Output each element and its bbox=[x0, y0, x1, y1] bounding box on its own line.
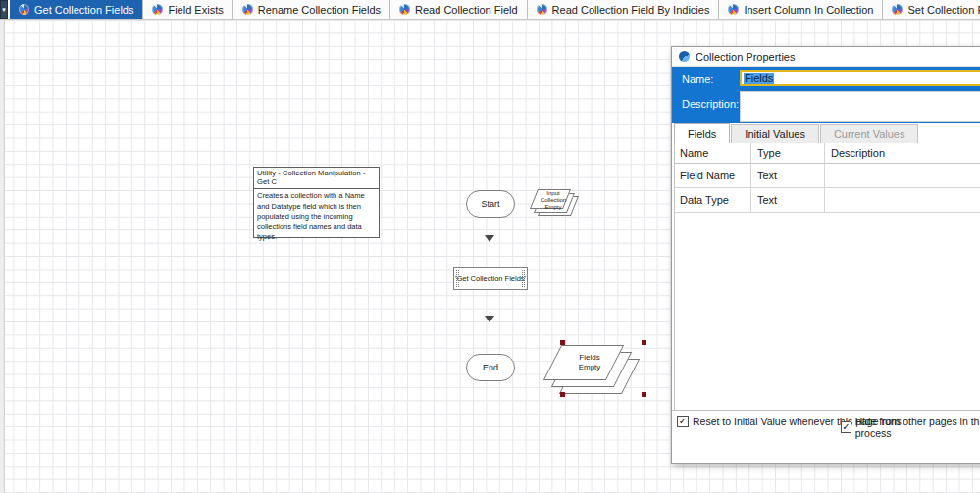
cell-name[interactable]: Field Name bbox=[674, 164, 751, 187]
selection-handle[interactable] bbox=[560, 340, 565, 345]
dialog-title-bar[interactable]: Collection Properties bbox=[672, 47, 980, 67]
collection-properties-dialog: Collection Properties Name: Fields Descr… bbox=[671, 46, 980, 464]
table-left-border bbox=[674, 143, 675, 410]
tab-rename-collection-fields[interactable]: Rename Collection Fields bbox=[232, 0, 389, 19]
table-row[interactable]: Field Name Text bbox=[674, 164, 980, 188]
chevron-down-icon: ▼ bbox=[1, 7, 7, 13]
arrowhead-icon bbox=[485, 235, 494, 242]
column-header-description[interactable]: Description bbox=[825, 147, 980, 159]
selection-handle[interactable] bbox=[642, 340, 646, 345]
subsheet-label: 'Get Collection Fields' bbox=[455, 274, 526, 283]
app-window: ▼ Get Collection Fields Field Exists Ren… bbox=[0, 0, 980, 493]
start-label: Start bbox=[481, 199, 499, 209]
input-collection-stage[interactable]: Input Collection Empty bbox=[531, 189, 580, 217]
hide-from-other-pages-checkbox[interactable]: ✓ Hide from other pages in the process bbox=[841, 416, 980, 439]
dialog-separator bbox=[672, 410, 980, 411]
cell-type[interactable]: Text bbox=[751, 188, 825, 212]
checkbox-checked-icon[interactable]: ✓ bbox=[841, 421, 851, 433]
dialog-options-row: ✓ Reset to Initial Value whenever this p… bbox=[672, 416, 980, 431]
selection-handle[interactable] bbox=[560, 392, 565, 397]
page-icon bbox=[152, 4, 163, 15]
fields-collection-stage[interactable]: Fields Empty bbox=[543, 343, 653, 402]
subsheet-bar-icon bbox=[522, 270, 525, 287]
collection-icon bbox=[679, 51, 690, 62]
tab-label: Read Collection Field By Indicies bbox=[552, 4, 710, 16]
tab-read-collection-field[interactable]: Read Collection Field bbox=[389, 0, 527, 19]
column-header-name[interactable]: Name bbox=[674, 143, 751, 163]
table-row[interactable]: Data Type Text bbox=[674, 188, 980, 213]
tab-initial-values[interactable]: Initial Values bbox=[731, 124, 819, 143]
tab-label: Fields bbox=[688, 128, 716, 140]
tab-read-collection-field-by-indicies[interactable]: Read Collection Field By Indicies bbox=[527, 0, 719, 19]
name-value-selected: Fields bbox=[744, 73, 774, 84]
dialog-tab-strip: Fields Initial Values Current Values bbox=[674, 123, 980, 143]
page-tab-bar: ▼ Get Collection Fields Field Exists Ren… bbox=[0, 0, 980, 20]
note-body: Creates a collection with a Name and Dat… bbox=[254, 189, 379, 245]
tab-fields[interactable]: Fields bbox=[674, 123, 730, 143]
tab-field-exists[interactable]: Field Exists bbox=[142, 0, 232, 19]
fields-table: Name Type Description Field Name Text Da… bbox=[674, 143, 980, 213]
tab-label: Set Collection Field bbox=[907, 4, 980, 16]
input-collection-label: Input Collection Empty bbox=[531, 190, 576, 211]
tab-label: Read Collection Field bbox=[415, 4, 518, 16]
tab-insert-column-in-collection[interactable]: Insert Column In Collection bbox=[718, 0, 882, 19]
end-stage[interactable]: End bbox=[466, 354, 515, 381]
note-title: Utility - Collection Manipulation - Get … bbox=[254, 168, 379, 189]
dialog-header-panel: Name: Fields Description: bbox=[672, 67, 980, 123]
subsheet-bar-icon bbox=[456, 270, 459, 287]
checkbox-checked-icon[interactable]: ✓ bbox=[677, 416, 689, 427]
page-icon bbox=[242, 4, 253, 15]
tab-label: Current Values bbox=[834, 128, 905, 140]
cell-type[interactable]: Text bbox=[751, 164, 825, 187]
connector-line[interactable] bbox=[490, 218, 490, 267]
start-stage[interactable]: Start bbox=[466, 190, 515, 218]
page-icon bbox=[399, 4, 410, 15]
tab-label: Rename Collection Fields bbox=[258, 4, 381, 16]
page-icon bbox=[19, 4, 29, 15]
tab-label: Field Exists bbox=[168, 4, 223, 16]
dialog-title: Collection Properties bbox=[696, 51, 796, 63]
arrowhead-icon bbox=[485, 316, 494, 322]
tab-set-collection-field[interactable]: Set Collection Field bbox=[882, 0, 980, 19]
note-stage[interactable]: Utility - Collection Manipulation - Get … bbox=[253, 167, 380, 238]
canvas-left-edge bbox=[0, 20, 5, 493]
tab-list-dropdown-button[interactable]: ▼ bbox=[0, 0, 8, 19]
checkbox-label: Hide from other pages in the process bbox=[855, 416, 980, 439]
selection-handle[interactable] bbox=[642, 392, 646, 397]
tab-label: Get Collection Fields bbox=[34, 4, 134, 16]
page-icon bbox=[728, 4, 739, 15]
end-label: End bbox=[483, 363, 498, 372]
column-header-type[interactable]: Type bbox=[751, 143, 825, 163]
description-input[interactable] bbox=[740, 91, 980, 122]
tab-label: Initial Values bbox=[745, 128, 805, 140]
cell-name[interactable]: Data Type bbox=[674, 188, 751, 212]
tab-label: Insert Column In Collection bbox=[744, 4, 873, 16]
fields-collection-label: Fields Empty bbox=[547, 353, 632, 372]
tab-get-collection-fields[interactable]: Get Collection Fields bbox=[10, 0, 143, 19]
name-input[interactable]: Fields bbox=[740, 70, 980, 86]
page-icon bbox=[892, 4, 903, 15]
page-icon bbox=[537, 4, 547, 15]
subsheet-stage-get-collection-fields[interactable]: 'Get Collection Fields' bbox=[453, 267, 528, 290]
description-label: Description: bbox=[682, 98, 739, 110]
tab-current-values[interactable]: Current Values bbox=[820, 124, 919, 143]
name-label: Name: bbox=[682, 74, 713, 85]
table-header-row: Name Type Description bbox=[674, 143, 980, 164]
